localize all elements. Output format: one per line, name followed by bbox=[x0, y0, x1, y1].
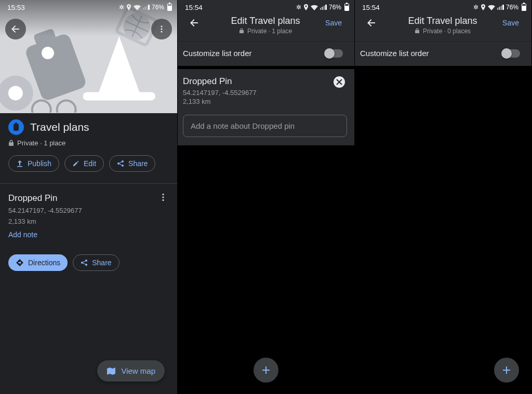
list-title: Travel plans bbox=[30, 121, 89, 133]
location-icon bbox=[481, 4, 486, 10]
battery-text: 76% bbox=[506, 4, 518, 11]
wifi-icon bbox=[134, 5, 141, 10]
customize-label: Customize list order bbox=[183, 49, 252, 58]
lock-icon bbox=[415, 28, 420, 34]
place-item[interactable]: Dropped Pin 54.2147197, -4.5529677 2,133… bbox=[0, 184, 177, 244]
remove-place-button[interactable] bbox=[334, 76, 345, 88]
list-subtitle: Private · 1 place bbox=[0, 137, 177, 147]
panel-edit-with-place: 15:54 ✲ 76% Edit Travel plans Private · … bbox=[178, 0, 355, 394]
appbar-title: Edit Travel plans bbox=[383, 16, 502, 26]
bluetooth-icon: ✲ bbox=[119, 4, 124, 11]
svg-point-25 bbox=[85, 260, 87, 262]
svg-rect-17 bbox=[14, 124, 19, 131]
svg-point-11 bbox=[8, 86, 23, 101]
signal-icon bbox=[143, 5, 150, 10]
svg-rect-5 bbox=[83, 92, 156, 100]
battery-icon bbox=[344, 4, 349, 11]
battery-text: 76% bbox=[329, 4, 341, 11]
status-bar: 15:54 ✲ 76% bbox=[355, 0, 531, 13]
overflow-menu-button[interactable] bbox=[151, 19, 172, 39]
status-bar: 15:53 ✲ 76% bbox=[0, 0, 177, 13]
save-button[interactable]: Save bbox=[325, 16, 349, 27]
appbar-title: Edit Travel plans bbox=[206, 16, 325, 26]
battery-icon bbox=[522, 4, 526, 11]
wifi-icon bbox=[488, 5, 495, 10]
place-name: Dropped Pin bbox=[8, 193, 169, 203]
svg-point-20 bbox=[117, 162, 119, 165]
svg-point-16 bbox=[161, 31, 162, 32]
back-button[interactable] bbox=[5, 19, 26, 39]
appbar-subtitle: Private · 1 place bbox=[206, 28, 325, 35]
edit-button[interactable]: Edit bbox=[64, 155, 104, 172]
svg-rect-18 bbox=[15, 123, 17, 124]
place-distance: 2,133 km bbox=[8, 218, 169, 225]
location-icon bbox=[303, 4, 309, 10]
customize-order-row[interactable]: Customize list order bbox=[178, 41, 354, 66]
svg-point-19 bbox=[122, 160, 124, 162]
status-right: ✲ 76% bbox=[119, 4, 172, 11]
list-icon bbox=[8, 119, 24, 135]
wifi-icon bbox=[311, 5, 318, 10]
place-menu-button[interactable] bbox=[159, 193, 167, 203]
svg-point-27 bbox=[85, 264, 87, 266]
lock-icon bbox=[239, 28, 244, 34]
bluetooth-icon: ✲ bbox=[296, 4, 301, 11]
panel-edit-empty: 15:54 ✲ 76% Edit Travel plans Private · … bbox=[355, 0, 532, 394]
note-input[interactable]: Add a note about Dropped pin bbox=[183, 115, 347, 137]
signal-icon bbox=[320, 5, 327, 10]
lock-icon bbox=[8, 140, 14, 146]
place-name: Dropped Pin bbox=[183, 76, 347, 87]
customize-label: Customize list order bbox=[360, 49, 429, 58]
place-share-button[interactable]: Share bbox=[73, 254, 119, 271]
back-button[interactable] bbox=[360, 16, 383, 28]
add-place-fab[interactable] bbox=[254, 358, 278, 383]
status-bar: 15:54 ✲ 76% bbox=[178, 0, 354, 13]
place-coords: 54.2147197, -4.5529677 bbox=[8, 207, 169, 214]
add-note-link[interactable]: Add note bbox=[8, 230, 169, 239]
appbar-subtitle: Private · 0 places bbox=[383, 28, 502, 35]
view-map-button[interactable]: View map bbox=[97, 360, 165, 382]
battery-text: 76% bbox=[152, 4, 164, 11]
signal-icon bbox=[497, 5, 504, 10]
place-distance: 2,133 km bbox=[183, 98, 347, 105]
customize-order-row[interactable]: Customize list order bbox=[355, 41, 531, 66]
bluetooth-icon: ✲ bbox=[473, 4, 478, 11]
place-card: Dropped Pin 54.2147197, -4.5529677 2,133… bbox=[178, 69, 354, 145]
save-button[interactable]: Save bbox=[502, 16, 526, 27]
svg-point-23 bbox=[163, 197, 164, 198]
svg-point-21 bbox=[122, 165, 124, 167]
publish-button[interactable]: Publish bbox=[8, 155, 59, 172]
toggle-customize[interactable] bbox=[502, 49, 520, 58]
panel-list-view: 15:53 ✲ 76% bbox=[0, 0, 178, 394]
svg-point-15 bbox=[161, 28, 162, 30]
share-button[interactable]: Share bbox=[109, 155, 155, 172]
status-time: 15:53 bbox=[7, 4, 25, 11]
battery-icon bbox=[167, 4, 172, 11]
place-coords: 54.2147197, -4.5529677 bbox=[183, 89, 347, 97]
svg-point-26 bbox=[81, 262, 83, 264]
hero-image bbox=[0, 0, 177, 113]
svg-point-24 bbox=[163, 199, 164, 201]
toggle-customize[interactable] bbox=[325, 49, 343, 58]
directions-button[interactable]: Directions bbox=[8, 254, 68, 271]
svg-point-22 bbox=[163, 194, 164, 195]
add-place-fab[interactable] bbox=[494, 358, 519, 383]
status-time: 15:54 bbox=[185, 4, 203, 11]
back-button[interactable] bbox=[183, 16, 206, 28]
svg-point-14 bbox=[161, 25, 162, 27]
location-icon bbox=[126, 4, 131, 10]
status-time: 15:54 bbox=[362, 4, 380, 11]
